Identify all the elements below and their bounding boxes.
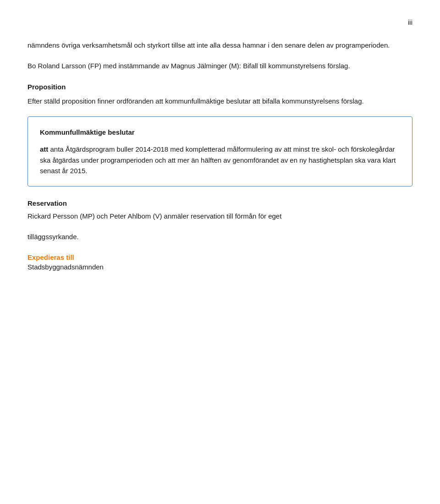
paragraph-2: Bo Roland Larsson (FP) med instämmande a… [28, 60, 412, 71]
reservation-heading: Reservation [28, 199, 412, 207]
reservation-continuation: tilläggssyrkande. [28, 231, 412, 242]
expedieras-heading: Expedieras till [28, 253, 412, 261]
expedieras-body: Stadsbyggnadsnämnden [28, 263, 412, 271]
page-number: iii [28, 18, 412, 26]
reservation-section: Reservation Rickard Persson (MP) och Pet… [28, 199, 412, 242]
resolution-body: att anta Åtgärdsprogram buller 2014-2018… [40, 144, 400, 176]
resolution-heading: Kommunfullmäktige beslutar [40, 127, 400, 137]
resolution-att: att [40, 145, 48, 153]
paragraph-1: nämndens övriga verksamhetsmål och styrk… [28, 40, 412, 50]
reservation-body: Rickard Persson (MP) och Peter Ahlbom (V… [28, 211, 412, 221]
resolution-text: anta Åtgärdsprogram buller 2014-2018 med… [40, 145, 396, 175]
proposition-body: Efter ställd proposition finner ordföran… [28, 96, 412, 106]
resolution-box: Kommunfullmäktige beslutar att anta Åtgä… [28, 116, 412, 186]
expedieras-section: Expedieras till Stadsbyggnadsnämnden [28, 253, 412, 271]
proposition-section: Proposition Efter ställd proposition fin… [28, 82, 412, 107]
proposition-heading: Proposition [28, 82, 412, 92]
